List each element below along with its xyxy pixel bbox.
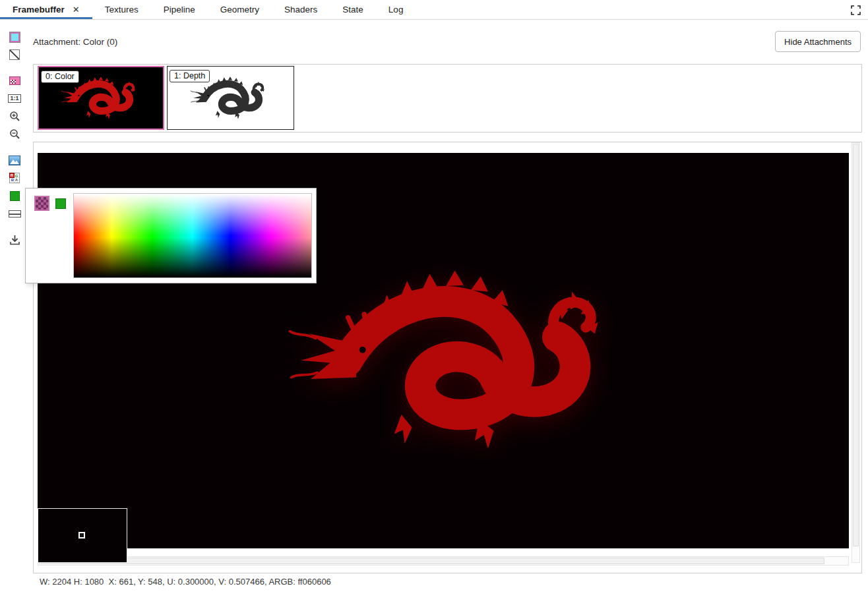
fit-image-button[interactable] [8,154,21,167]
zoom-in-icon [9,111,20,122]
fullscreen-icon[interactable] [850,5,861,15]
tab-state[interactable]: State [330,0,376,19]
tab-geometry[interactable]: Geometry [208,0,272,19]
rgba-channels-icon: R G B A [9,173,20,183]
split-rows-icon [9,210,21,218]
color-picker-popup [25,188,317,283]
attachment-badge: 0: Color [41,71,79,83]
zoom-in-button[interactable] [8,109,21,123]
background-color-swatch-icon [10,32,20,42]
one-to-one-icon: 1:1 [8,94,20,103]
status-bar-text: W: 2204 H: 1080 X: 661, Y: 548, U: 0.300… [40,577,331,587]
attachments-panel: 0: Color 1: Depth [33,64,862,132]
tab-label: Textures [105,5,139,15]
diagonal-icon [9,49,20,60]
overlay-color-button[interactable] [8,74,21,87]
download-icon [9,235,20,245]
solid-color-button[interactable] [8,189,21,202]
horizontal-scrollbar-thumb[interactable] [39,558,824,564]
tab-label: Framebuffer [13,5,65,15]
green-swatch-icon [10,191,20,201]
tab-label: Pipeline [164,5,195,15]
save-image-button[interactable] [8,233,21,247]
channel-a: A [14,177,19,183]
hide-attachments-button[interactable]: Hide Attachments [775,31,861,52]
vertical-scrollbar[interactable] [852,142,860,563]
dragon-render [278,240,635,482]
hsv-gradient[interactable] [73,193,312,278]
tab-textures[interactable]: Textures [92,0,151,19]
disable-alpha-button[interactable] [8,48,21,61]
left-toolbar: 1:1 R G B A [0,20,29,611]
flatten-button[interactable] [8,207,21,220]
alpha-color-swatch[interactable] [34,196,49,211]
attachment-thumbnail-depth[interactable]: 1: Depth [167,66,294,130]
tab-bar: Framebuffer ✕ Textures Pipeline Geometry… [0,0,868,20]
tab-label: Shaders [284,5,317,15]
zoom-out-button[interactable] [8,127,21,140]
tab-pipeline[interactable]: Pipeline [151,0,208,19]
attachment-thumbnail-color[interactable]: 0: Color [38,66,164,130]
tab-label: State [342,5,363,15]
horizontal-scrollbar[interactable] [38,556,849,566]
attachment-badge: 1: Depth [170,70,210,82]
green-color-swatch[interactable] [55,198,66,209]
image-icon [9,156,20,165]
zoom-out-icon [9,129,20,140]
tab-label: Geometry [220,5,259,15]
zoom-actual-size-button[interactable]: 1:1 [8,92,21,105]
tab-shaders[interactable]: Shaders [272,0,330,19]
vertical-scrollbar-thumb[interactable] [853,144,859,546]
tab-framebuffer[interactable]: Framebuffer ✕ [0,0,92,19]
tab-label: Log [388,5,404,15]
background-color-button[interactable] [8,30,21,44]
pixel-magnifier [38,508,127,563]
tab-log[interactable]: Log [376,0,416,19]
picked-pixel-marker [78,532,85,538]
overlay-color-swatch-icon [9,76,20,85]
attachment-header-label: Attachment: Color (0) [33,37,117,47]
channel-select-button[interactable]: R G B A [8,171,21,185]
close-tab-icon[interactable]: ✕ [73,5,80,15]
